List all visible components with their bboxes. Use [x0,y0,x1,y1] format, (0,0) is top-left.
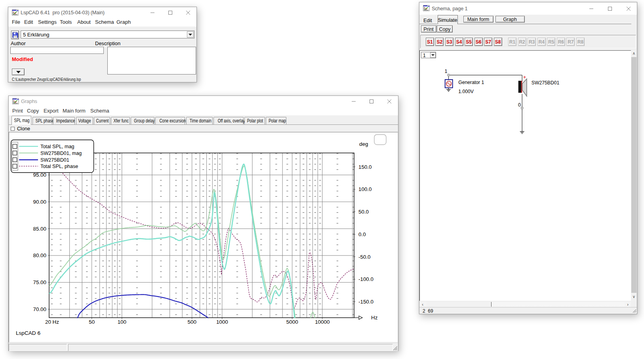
svg-text:75.00: 75.00 [33,279,46,285]
svg-text:1.000V: 1.000V [458,89,474,94]
svg-text:100.0: 100.0 [358,186,372,192]
svg-text:20 Hz: 20 Hz [45,319,59,325]
svg-text:0: 0 [518,102,521,108]
svg-text:+: + [523,74,526,80]
svg-text:-50.0: -50.0 [358,254,371,260]
svg-text:10000: 10000 [315,319,330,325]
svg-text:LspCAD 6: LspCAD 6 [16,330,40,336]
svg-text:95.00: 95.00 [33,172,46,178]
svg-text:500: 500 [188,319,196,325]
svg-text:Generator 1: Generator 1 [458,80,484,85]
svg-text:Hz: Hz [371,315,378,321]
svg-text:80.00: 80.00 [33,252,46,258]
svg-text:85.00: 85.00 [33,226,46,232]
svg-text:SW275BD01, mag: SW275BD01, mag [40,151,82,156]
svg-text:70.00: 70.00 [33,306,46,312]
svg-text:90.00: 90.00 [33,199,46,205]
svg-text:Total SPL, mag: Total SPL, mag [40,144,74,149]
svg-text:150.0: 150.0 [358,164,372,170]
svg-text:SW275BD01: SW275BD01 [40,157,69,163]
svg-text:-150.0: -150.0 [358,299,373,305]
svg-text:5000: 5000 [286,319,298,325]
svg-text:0.0: 0.0 [358,231,366,237]
svg-text:100: 100 [118,319,126,325]
svg-text:-100.0: -100.0 [358,276,373,282]
svg-text:deg: deg [359,141,368,147]
svg-text:SW275BD01: SW275BD01 [532,80,560,86]
svg-text:50.0: 50.0 [358,209,369,215]
svg-text:50: 50 [89,319,95,325]
svg-text:Total SPL, phase: Total SPL, phase [40,164,78,169]
svg-text:1000: 1000 [216,319,228,325]
svg-text:1: 1 [445,69,448,74]
